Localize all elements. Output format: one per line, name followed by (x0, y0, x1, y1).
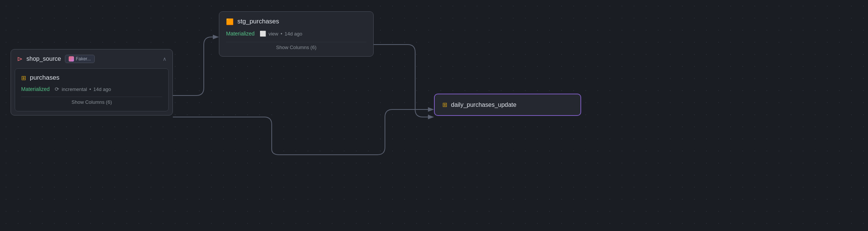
arrow-stg-to-daily (374, 45, 433, 117)
node-shop-source: ⊳ shop_source Faker... ∧ ⊞ purchases Mat… (11, 49, 173, 116)
stg-title: stg_purchases (237, 18, 279, 25)
purchases-name: purchases (30, 74, 59, 82)
purchases-show-columns[interactable]: Show Columns (6) (21, 97, 162, 106)
arrows-layer (0, 0, 868, 231)
stg-meta-type: view (268, 31, 278, 37)
arrow-purchases-to-daily (173, 109, 433, 155)
purchases-meta-type: incremental (62, 86, 87, 92)
card-meta-row: Materialized ⟳ incremental • 14d ago (21, 86, 162, 92)
shop-source-header-left: ⊳ shop_source Faker... (17, 55, 95, 63)
purchases-status: Materialized (21, 86, 49, 92)
faker-badge: Faker... (65, 55, 95, 63)
shop-source-title: shop_source (26, 55, 61, 62)
canvas: ⊳ shop_source Faker... ∧ ⊞ purchases Mat… (0, 0, 868, 231)
stg-header: 🟧 stg_purchases (219, 12, 373, 31)
stg-show-columns[interactable]: Show Columns (6) (226, 42, 366, 51)
purchases-meta-dot: • (89, 86, 91, 92)
purchases-card: ⊞ purchases Materialized ⟳ incremental •… (15, 68, 169, 111)
purchases-meta: ⟳ incremental • 14d ago (55, 86, 111, 92)
arrow-purchases-to-stg (173, 37, 218, 95)
view-icon: ⬜ (260, 31, 266, 37)
node-stg-purchases: 🟧 stg_purchases Materialized ⬜ view • 14… (219, 11, 374, 57)
stg-meta-time: 14d ago (285, 31, 302, 37)
purchases-meta-time: 14d ago (93, 86, 111, 92)
daily-inner: ⊞ daily_purchases_update (435, 94, 580, 115)
stg-status: Materialized (226, 31, 254, 37)
shop-source-header: ⊳ shop_source Faker... ∧ (11, 49, 172, 68)
table-icon: ⊞ (21, 74, 26, 82)
node-daily-purchases-update: ⊞ daily_purchases_update (434, 94, 581, 116)
source-icon: ⊳ (17, 55, 23, 63)
faker-label: Faker... (76, 56, 91, 62)
stg-icon: 🟧 (226, 18, 234, 25)
stg-meta-row: Materialized ⬜ view • 14d ago (226, 31, 366, 37)
card-name-row: ⊞ purchases (21, 74, 162, 82)
faker-icon (69, 56, 74, 62)
daily-icon: ⊞ (442, 101, 447, 108)
stg-meta-dot: • (281, 31, 283, 37)
stg-view-info: ⬜ view • 14d ago (260, 31, 302, 37)
daily-title: daily_purchases_update (451, 102, 516, 108)
incremental-icon: ⟳ (55, 86, 59, 92)
collapse-button[interactable]: ∧ (163, 56, 166, 62)
stg-body: Materialized ⬜ view • 14d ago Show Colum… (219, 31, 373, 56)
